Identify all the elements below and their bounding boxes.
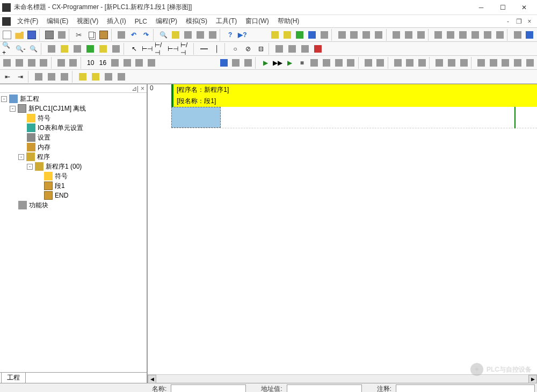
bookmark-button[interactable] [195, 29, 206, 41]
tb4-a[interactable] [33, 71, 45, 83]
tb3-i[interactable] [110, 57, 121, 69]
copy-button[interactable] [86, 29, 97, 41]
tree-toggle[interactable]: - [10, 106, 16, 112]
tb3-v[interactable] [417, 57, 428, 69]
tb3-d[interactable] [38, 57, 49, 69]
tb4-c[interactable] [59, 71, 70, 83]
tb3-ac[interactable] [512, 57, 524, 69]
contact-nc-button[interactable]: ⊢/⊣ [154, 43, 166, 55]
tree-fb[interactable]: 功能块 [29, 201, 48, 210]
tb3-ab[interactable] [500, 57, 511, 69]
mode-debug-button[interactable] [349, 29, 360, 41]
tb1-btn-a[interactable] [390, 29, 402, 41]
next-bookmark-button[interactable] [207, 29, 219, 41]
menu-help[interactable]: 帮助(H) [273, 16, 304, 27]
tb3-a[interactable] [2, 57, 13, 69]
tb2-btn-a[interactable] [273, 43, 285, 55]
tree-symbols[interactable]: 符号 [38, 114, 50, 123]
find-button[interactable]: 🔍 [158, 29, 169, 41]
transfer-to-button[interactable] [294, 29, 306, 41]
mode-program-button[interactable] [336, 29, 347, 41]
scroll-right-button[interactable]: ▶ [528, 375, 537, 383]
tree-program1[interactable]: 新程序1 (00) [46, 162, 82, 171]
menu-program[interactable]: 编程(P) [151, 16, 182, 27]
tb3-y[interactable] [458, 57, 469, 69]
redo-button[interactable]: ↷ [140, 29, 151, 41]
tb3-o[interactable] [321, 57, 332, 69]
selected-cell[interactable] [171, 107, 221, 128]
tb2-btn-b[interactable] [286, 43, 298, 55]
tb3-j[interactable] [121, 57, 133, 69]
view-button-1[interactable] [46, 43, 57, 55]
contact-no-button[interactable]: ⊢⊣ [141, 43, 153, 55]
contact-or-button[interactable]: ⊢⊣ [167, 43, 179, 55]
indent-in-button[interactable]: ⇥ [14, 71, 26, 83]
tree-io[interactable]: IO表和单元设置 [38, 124, 83, 133]
ladder-editor[interactable]: 0 [程序名：新程序1] [段名称：段1] [148, 84, 537, 374]
cursor-button[interactable]: ↖ [128, 43, 140, 55]
compare-button[interactable] [318, 29, 330, 41]
mdi-close-button[interactable]: × [524, 18, 535, 25]
tb1-btn-e[interactable] [445, 29, 456, 41]
view-button-4[interactable] [84, 43, 96, 55]
save-button[interactable] [26, 29, 38, 41]
minimize-button[interactable]: ─ [470, 0, 492, 15]
print-preview-button[interactable] [56, 29, 67, 41]
tb1-btn-c[interactable] [415, 29, 426, 41]
panel-pin-icon[interactable]: ⊿| [132, 85, 139, 92]
tb2-btn-c[interactable] [299, 43, 311, 55]
tb1-btn-i[interactable] [494, 29, 505, 41]
tb3-u[interactable] [404, 57, 416, 69]
instruction-button[interactable]: ⊟ [255, 43, 267, 55]
h-scrollbar[interactable]: ◀ ▶ [148, 374, 537, 383]
tab-project[interactable]: 工程 [1, 373, 26, 383]
tb3-z[interactable] [476, 57, 487, 69]
tree-plc[interactable]: 新PLC1[CJ1M] 离线 [28, 104, 86, 113]
mode-monitor-button[interactable] [361, 29, 372, 41]
tb3-ad[interactable] [524, 57, 535, 69]
view-button-5[interactable] [97, 43, 109, 55]
tb4-e[interactable] [90, 71, 101, 83]
tree-memory[interactable]: 内存 [38, 143, 50, 152]
line-h-button[interactable] [198, 43, 210, 55]
tb1-btn-d[interactable] [433, 29, 444, 41]
tb3-f[interactable] [68, 57, 79, 69]
tb1-btn-h[interactable] [482, 29, 494, 41]
tree-section1[interactable]: 段1 [55, 182, 65, 191]
tb3-m[interactable] [243, 57, 254, 69]
tree-prog-symbols[interactable]: 符号 [55, 172, 68, 181]
tb3-c[interactable] [26, 57, 37, 69]
rung-body[interactable] [171, 107, 537, 128]
tb4-f[interactable] [103, 71, 114, 83]
mode-run-button[interactable] [373, 29, 384, 41]
about-button[interactable]: ? [224, 29, 236, 41]
tb3-l[interactable] [146, 57, 157, 69]
menu-window[interactable]: 窗口(W) [241, 16, 273, 27]
open-button[interactable] [14, 29, 25, 41]
menu-simulate[interactable]: 模拟(S) [182, 16, 212, 27]
tb4-b[interactable] [46, 71, 57, 83]
tb3-t[interactable] [392, 57, 403, 69]
tb3-x[interactable] [446, 57, 458, 69]
mdi-restore-button[interactable]: ❐ [513, 18, 524, 25]
tb3-p[interactable] [333, 57, 344, 69]
watch-button[interactable] [230, 57, 242, 69]
name-field[interactable] [171, 384, 246, 393]
goto-button[interactable] [183, 29, 194, 41]
tb1-btn-f[interactable] [458, 29, 469, 41]
tb1-btn-k[interactable] [524, 29, 535, 41]
tb1-btn-j[interactable] [512, 29, 523, 41]
online-button[interactable] [270, 29, 281, 41]
view-button-3[interactable] [71, 43, 83, 55]
tb3-s[interactable] [375, 57, 386, 69]
maximize-button[interactable]: ☐ [492, 0, 513, 15]
monitor-button[interactable] [218, 57, 229, 69]
tree-settings[interactable]: 设置 [38, 133, 50, 142]
view-button-6[interactable] [110, 43, 122, 55]
tb3-k[interactable] [134, 57, 145, 69]
zoom-in-button[interactable]: 🔍+ [2, 43, 13, 55]
close-button[interactable]: ✕ [513, 0, 535, 15]
tb3-b[interactable] [14, 57, 25, 69]
undo-button[interactable]: ↶ [128, 29, 139, 41]
tb3-aa[interactable] [488, 57, 499, 69]
